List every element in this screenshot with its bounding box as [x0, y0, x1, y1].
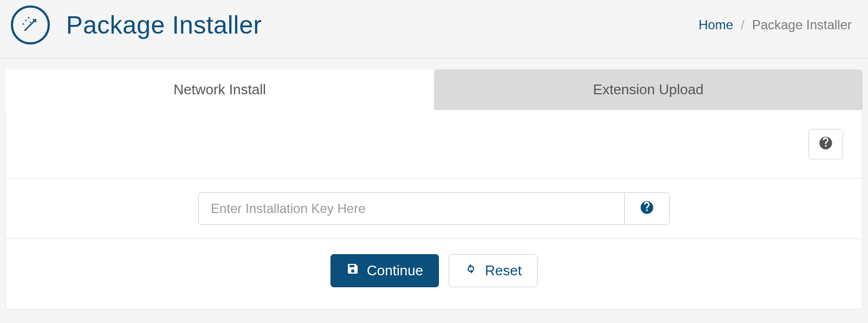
installation-key-input[interactable] [198, 192, 624, 225]
action-row: Continue Reset [6, 239, 862, 309]
breadcrumb: Home / Package Installer [698, 17, 852, 33]
svg-line-0 [25, 20, 36, 30]
help-row [6, 110, 862, 179]
svg-point-3 [28, 17, 29, 18]
svg-point-4 [22, 23, 24, 25]
tab-network-install[interactable]: Network Install [5, 69, 434, 110]
title-wrap: Package Installer [11, 5, 262, 44]
question-icon [639, 200, 655, 217]
wand-icon [11, 5, 50, 44]
svg-point-2 [25, 20, 27, 21]
breadcrumb-home[interactable]: Home [698, 17, 733, 33]
installation-key-help[interactable] [624, 192, 670, 225]
breadcrumb-separator: / [741, 17, 744, 33]
continue-button[interactable]: Continue [331, 254, 439, 287]
tabs-container: Network Install Extension Upload [5, 69, 863, 309]
reset-label: Reset [485, 262, 522, 279]
save-icon [346, 262, 359, 279]
refresh-icon [464, 262, 477, 279]
help-button[interactable] [808, 129, 843, 159]
reset-button[interactable]: Reset [449, 254, 537, 287]
panel-network-install: Continue Reset [5, 110, 863, 309]
svg-point-5 [30, 22, 31, 23]
page-header: Package Installer Home / Package Install… [0, 0, 868, 59]
page-title: Package Installer [66, 10, 262, 40]
continue-label: Continue [367, 262, 423, 279]
tab-bar: Network Install Extension Upload [5, 69, 863, 110]
installation-key-group [198, 192, 670, 225]
question-icon [818, 135, 833, 153]
tab-extension-upload[interactable]: Extension Upload [434, 69, 863, 110]
installation-key-row [6, 179, 862, 239]
breadcrumb-current: Package Installer [752, 17, 852, 33]
